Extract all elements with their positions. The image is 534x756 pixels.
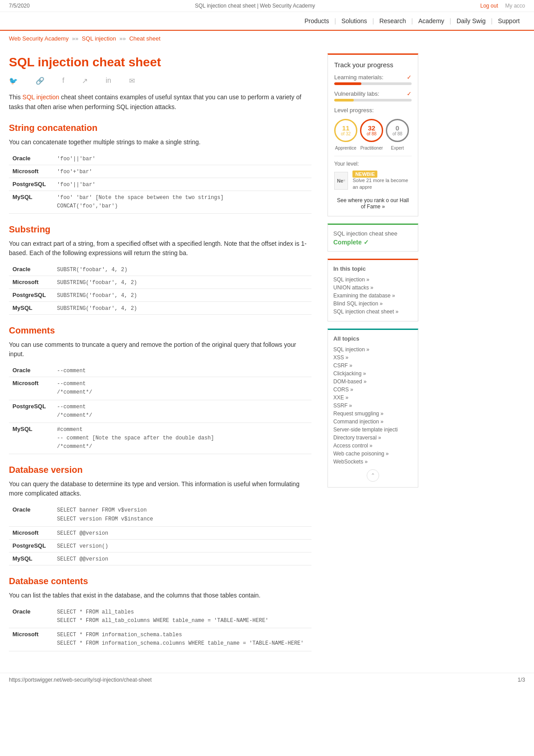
table-row: MySQL SUBSTRING('foobar', 4, 2): [9, 302, 312, 315]
all-topics-clickjacking[interactable]: Clickjacking »: [333, 370, 413, 378]
facebook-icon[interactable]: f: [62, 77, 64, 85]
breadcrumb-section[interactable]: SQL injection: [82, 35, 116, 42]
section-db-version-desc: You can query the database to determine …: [9, 480, 312, 498]
linkedin-icon[interactable]: in: [105, 77, 111, 85]
link-icon[interactable]: 🔗: [36, 77, 44, 85]
nav-products[interactable]: Products: [299, 17, 334, 24]
nav-daily-swig[interactable]: Daily Swig: [451, 17, 491, 24]
section-comments-desc: You can use comments to truncate a query…: [9, 340, 312, 359]
table-row: Microsoft SELECT @@version: [9, 526, 312, 539]
comments-table: Oracle --comment Microsoft --comment/*co…: [9, 364, 312, 454]
page-tab-title: SQL injection cheat sheet | Web Security…: [195, 3, 315, 9]
all-topics-websockets[interactable]: WebSockets »: [333, 458, 413, 466]
all-topics-web-cache-poisoning[interactable]: Web cache poisoning »: [333, 450, 413, 458]
db-contents-table: Oracle SELECT * FROM all_tablesSELECT * …: [9, 606, 312, 651]
oracle-code: 'foo'||'bar': [53, 152, 312, 165]
table-row: Microsoft --comment/*comment*/: [9, 377, 312, 400]
postgresql-code: 'foo'||'bar': [53, 178, 312, 191]
table-row: PostgreSQL --comment/*comment*/: [9, 400, 312, 423]
all-topics-xxe[interactable]: XXE »: [333, 394, 413, 402]
section-string-concat-desc: You can concatenate together multiple st…: [9, 138, 312, 147]
table-row: Microsoft SELECT * FROM information_sche…: [9, 628, 312, 651]
main-layout: SQL injection cheat sheet 🐦 🔗 f ↗ in ✉ T…: [0, 46, 534, 664]
table-row: Oracle SELECT banner FROM v$versionSELEC…: [9, 504, 312, 526]
logout-link[interactable]: Log out: [480, 3, 498, 9]
all-topics-csrf[interactable]: CSRF »: [333, 362, 413, 370]
email-icon[interactable]: ✉: [129, 77, 135, 85]
all-topics-request-smuggling[interactable]: Request smuggling »: [333, 410, 413, 418]
table-row: Oracle 'foo'||'bar': [9, 152, 312, 165]
level-circles: 11 of 32 32 of 88 0 of 88: [334, 119, 412, 142]
learning-progress-bar: [334, 82, 412, 85]
page-title: SQL injection cheat sheet: [9, 55, 312, 69]
mysql-code: SUBSTRING('foobar', 4, 2): [53, 302, 312, 315]
topic-union-attacks-link[interactable]: UNION attacks »: [333, 284, 413, 292]
apprentice-circle: 11 of 32: [334, 119, 357, 142]
expert-count: 0: [396, 125, 399, 131]
sidebar: Track your progress Learning materials: …: [320, 46, 418, 664]
all-topics-access-control[interactable]: Access control »: [333, 442, 413, 450]
db-mysql-label: MySQL: [9, 423, 53, 454]
section-db-contents-title: Database contents: [9, 576, 312, 586]
nav-support[interactable]: Support: [493, 17, 525, 24]
topic-examining-db-link[interactable]: Examining the database »: [333, 292, 413, 300]
scroll-to-top-button[interactable]: ⌃: [367, 469, 379, 482]
nav-solutions[interactable]: Solutions: [336, 17, 372, 24]
level-desc: Solve 21 more la become an appre: [352, 177, 412, 191]
postgresql-code: SUBSTRING('foobar', 4, 2): [53, 289, 312, 302]
section-substring-desc: You can extract part of a string, from a…: [9, 239, 312, 258]
top-actions: Log out My acco: [480, 3, 525, 9]
apprentice-label: Apprentice: [334, 146, 357, 150]
db-version-table: Oracle SELECT banner FROM v$versionSELEC…: [9, 504, 312, 565]
hall-of-fame-anchor[interactable]: See where you rank o our Hall of Fame »: [337, 197, 409, 210]
share-icon[interactable]: ↗: [82, 77, 88, 85]
db-microsoft-label: Microsoft: [9, 526, 53, 539]
mysql-code: #comment-- comment [Note the space after…: [53, 423, 312, 454]
db-postgresql-label: PostgreSQL: [9, 400, 53, 423]
all-topics-command-injection[interactable]: Command injection »: [333, 418, 413, 426]
all-topics-xss[interactable]: XSS »: [333, 354, 413, 362]
all-topics-dom-based[interactable]: DOM-based »: [333, 378, 413, 386]
breadcrumb-sep-1: »»: [72, 35, 80, 42]
nav-academy[interactable]: Academy: [413, 17, 449, 24]
date-label: 7/5/2020: [9, 3, 30, 9]
db-microsoft-label: Microsoft: [9, 276, 53, 289]
all-topics-directory-traversal[interactable]: Directory traversal »: [333, 434, 413, 442]
db-mysql-label: MySQL: [9, 191, 53, 213]
db-mysql-label: MySQL: [9, 552, 53, 565]
vuln-check: ✓: [407, 90, 412, 97]
db-mysql-label: MySQL: [9, 302, 53, 315]
all-topics-cors[interactable]: CORS »: [333, 386, 413, 394]
topic-blind-sql-link[interactable]: Blind SQL injection »: [333, 300, 413, 308]
breadcrumb-home[interactable]: Web Security Academy: [9, 35, 69, 42]
apprentice-count: 11: [342, 125, 350, 131]
myaccount-link[interactable]: My acco: [505, 3, 525, 9]
db-postgresql-label: PostgreSQL: [9, 178, 53, 191]
learning-label: Learning materials:: [334, 74, 384, 81]
in-this-topic-title: In this topic: [333, 265, 413, 272]
db-oracle-label: Oracle: [9, 504, 53, 526]
topic-sql-injection-link[interactable]: SQL injection »: [333, 276, 413, 284]
main-nav: Products | Solutions | Research | Academ…: [0, 12, 534, 31]
all-topics-ssrf[interactable]: SSRF »: [333, 402, 413, 410]
postgresql-code: --comment/*comment*/: [53, 400, 312, 423]
oracle-code: SELECT banner FROM v$versionSELECT versi…: [53, 504, 312, 526]
postgresql-code: SELECT version(): [53, 539, 312, 552]
footer-url: https://portswigger.net/web-security/sql…: [9, 677, 152, 683]
expert-total: of 88: [392, 131, 402, 136]
section-db-contents-desc: You can list the tables that exist in th…: [9, 591, 312, 600]
all-topics-sql[interactable]: SQL injection »: [333, 345, 413, 354]
table-row: PostgreSQL SELECT version(): [9, 539, 312, 552]
db-microsoft-label: Microsoft: [9, 377, 53, 400]
all-topics-server-side-template[interactable]: Server-side template injecti: [333, 426, 413, 434]
table-row: PostgreSQL 'foo'||'bar': [9, 178, 312, 191]
twitter-icon[interactable]: 🐦: [9, 77, 18, 85]
topic-cheat-sheet-link[interactable]: SQL injection cheat sheet »: [333, 308, 413, 316]
intro-text: This SQL injection cheat sheet contains …: [9, 92, 312, 112]
hall-of-fame-link: See where you rank o our Hall of Fame »: [334, 195, 412, 210]
mysql-code: 'foo' 'bar' [Note the space between the …: [53, 191, 312, 213]
sql-injection-link[interactable]: SQL injection: [22, 93, 59, 101]
nav-research[interactable]: Research: [374, 17, 411, 24]
vuln-progress-fill: [334, 99, 354, 102]
your-level-title: Your level:: [334, 161, 412, 167]
